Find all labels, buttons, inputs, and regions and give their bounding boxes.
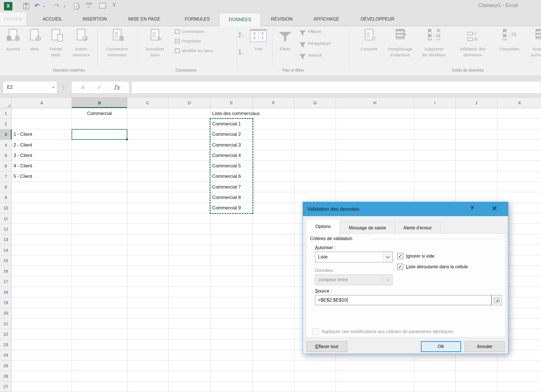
select-all-corner[interactable] <box>0 98 12 108</box>
redo-dropdown-icon[interactable]: ▾ <box>64 5 65 8</box>
redo-button[interactable]: ↷ <box>54 2 59 10</box>
cell-F2[interactable] <box>253 119 294 129</box>
row-header-11[interactable]: 11 <box>0 213 12 224</box>
cell-A12[interactable] <box>12 224 72 234</box>
effacer-tout-button[interactable]: Effacer tout <box>306 341 347 352</box>
cell-A26[interactable] <box>12 371 72 381</box>
cell-E1[interactable]: Liste des commerciaux <box>210 108 253 119</box>
cell-C21[interactable] <box>127 318 168 329</box>
cell-B26[interactable] <box>72 371 127 381</box>
cell-C20[interactable] <box>127 308 168 318</box>
ribbon-consolider-button[interactable]: → Consolider <box>495 28 524 52</box>
ribbon-supprimer-doublons-button[interactable]: → Supprimer les doublons <box>418 28 450 58</box>
cell-C14[interactable] <box>127 245 168 255</box>
column-header-H[interactable]: H <box>336 98 414 108</box>
cell-B2[interactable] <box>72 119 127 129</box>
cell-E10[interactable]: Commercial 9 <box>210 203 253 213</box>
cell-F22[interactable] <box>253 329 294 339</box>
formula-input[interactable] <box>131 81 541 94</box>
cell-F10[interactable] <box>253 203 294 213</box>
cell-E15[interactable] <box>210 255 253 266</box>
cell-B6[interactable] <box>72 161 127 171</box>
cell-J3[interactable] <box>456 129 497 140</box>
cell-J4[interactable] <box>456 140 497 150</box>
cell-K6[interactable] <box>497 161 541 171</box>
column-header-A[interactable]: A <box>12 98 72 108</box>
cell-A5[interactable]: 3 - Client <box>12 150 72 161</box>
fill-handle[interactable] <box>126 138 128 141</box>
cell-D25[interactable] <box>168 360 210 371</box>
row-header-13[interactable]: 13 <box>0 234 12 245</box>
cell-B23[interactable] <box>72 340 127 350</box>
cell-B13[interactable] <box>72 234 127 245</box>
cell-K25[interactable] <box>497 360 541 371</box>
cell-I5[interactable] <box>414 150 456 161</box>
chevron-down-icon[interactable] <box>383 252 393 262</box>
cell-H2[interactable] <box>336 119 414 129</box>
cell-C26[interactable] <box>127 371 168 381</box>
cell-I26[interactable] <box>414 371 456 381</box>
cell-G5[interactable] <box>294 150 336 161</box>
cell-E16[interactable] <box>210 266 253 276</box>
cell-E4[interactable]: Commercial 3 <box>210 140 253 150</box>
ribbon-trier-button[interactable]: ZAAZ Trier <box>247 28 270 52</box>
cell-F3[interactable] <box>253 129 294 140</box>
cell-E3[interactable]: Commercial 2 <box>210 129 253 140</box>
row-header-20[interactable]: 20 <box>0 308 12 318</box>
cell-F18[interactable] <box>253 287 294 297</box>
liste-deroulante-checkbox[interactable]: ✓ <box>397 264 403 270</box>
row-header-2[interactable]: 2 <box>0 119 12 129</box>
cell-C5[interactable] <box>127 150 168 161</box>
cell-H26[interactable] <box>336 371 414 381</box>
cell-F14[interactable] <box>253 245 294 255</box>
cell-K1[interactable] <box>497 108 541 119</box>
source-input[interactable]: =$E$2:$E$10 <box>315 295 491 305</box>
cell-F21[interactable] <box>253 318 294 329</box>
cell-D13[interactable] <box>168 234 210 245</box>
sort-az-button[interactable]: AZ ↓ <box>239 32 243 38</box>
cell-D4[interactable] <box>168 140 210 150</box>
cell-J25[interactable] <box>456 360 497 371</box>
row-header-21[interactable]: 21 <box>0 318 12 329</box>
cell-F23[interactable] <box>253 340 294 350</box>
row-header-22[interactable]: 22 <box>0 329 12 339</box>
cell-H25[interactable] <box>336 360 414 371</box>
cell-G25[interactable] <box>294 360 336 371</box>
cell-I3[interactable] <box>414 129 456 140</box>
ribbon-validation-donnees-button[interactable]: ✓ ⊘ Validation des données▾ <box>454 28 491 58</box>
autoriser-combobox[interactable]: Liste <box>315 252 393 262</box>
cell-D15[interactable] <box>168 255 210 266</box>
cell-F15[interactable] <box>253 255 294 266</box>
cell-J1[interactable] <box>456 108 497 119</box>
cell-C7[interactable] <box>127 171 168 182</box>
column-header-G[interactable]: G <box>294 98 336 108</box>
enter-icon[interactable]: ✓ <box>97 84 102 91</box>
cell-E5[interactable]: Commercial 4 <box>210 150 253 161</box>
cell-F7[interactable] <box>253 171 294 182</box>
cell-B4[interactable] <box>72 140 127 150</box>
column-header-C[interactable]: C <box>127 98 168 108</box>
ignorer-si-vide-checkbox[interactable]: ✓ <box>397 253 403 259</box>
ribbon-avance-button[interactable]: ✎ Avancé <box>299 53 322 57</box>
ribbon-remplissage-instantane-button[interactable]: Remplissage instantané <box>384 28 416 58</box>
cell-C22[interactable] <box>127 329 168 339</box>
cell-J7[interactable] <box>456 171 497 182</box>
cell-C3[interactable] <box>127 129 168 140</box>
insert-function-icon[interactable]: fx <box>114 84 120 91</box>
cell-C8[interactable] <box>127 182 168 192</box>
cell-B27[interactable] <box>72 382 127 392</box>
cell-B16[interactable] <box>72 266 127 276</box>
cell-G8[interactable] <box>294 182 336 192</box>
dialog-titlebar[interactable]: Validation des données <box>303 202 508 216</box>
cell-D8[interactable] <box>168 182 210 192</box>
cell-E2[interactable]: Commercial 1 <box>210 119 253 129</box>
save-button[interactable] <box>23 3 29 9</box>
cell-G1[interactable] <box>294 108 336 119</box>
cell-E24[interactable] <box>210 350 253 360</box>
undo-dropdown-icon[interactable]: ▾ <box>43 5 45 8</box>
row-header-10[interactable]: 10 <box>0 203 12 213</box>
cell-B1[interactable]: Commercial <box>72 108 127 119</box>
ribbon-analyse-scenarios-button[interactable]: Analyse scénarios <box>524 28 541 58</box>
cell-E6[interactable]: Commercial 5 <box>210 161 253 171</box>
cell-F8[interactable] <box>253 182 294 192</box>
